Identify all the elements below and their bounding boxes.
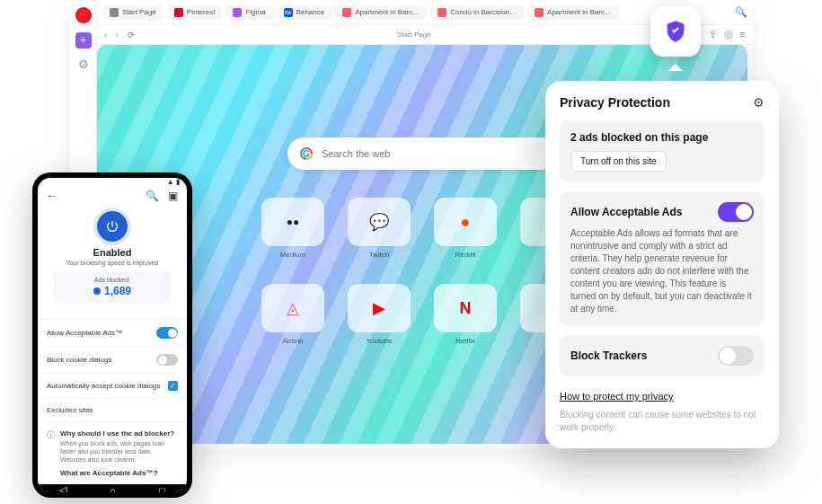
tab-behance[interactable]: BēBehance — [277, 5, 332, 20]
privacy-title: Privacy Protection — [560, 95, 670, 110]
tab-figma[interactable]: Figma — [225, 5, 272, 20]
nav-back-icon[interactable]: ‹ — [104, 31, 107, 40]
nav-share-icon[interactable]: ⇪ — [709, 29, 717, 40]
privacy-shield-button[interactable] — [650, 6, 701, 57]
auto-accept-cookies-row[interactable]: Automatically accept cookie dialogs ✓ — [38, 374, 187, 399]
search-placeholder: Search the web — [322, 148, 390, 159]
block-trackers-toggle[interactable] — [718, 346, 754, 366]
address-label[interactable]: Start Page — [144, 31, 685, 39]
tile-reddit[interactable]: ●Reddit — [434, 198, 497, 259]
privacy-note: Blocking content can cause some websites… — [560, 409, 765, 434]
privacy-protection-panel: Privacy Protection ⚙ 2 ads blocked on th… — [545, 81, 779, 448]
tile-medium[interactable]: ●●Medium — [261, 198, 324, 259]
sidebar-add-button[interactable]: + — [75, 32, 92, 49]
info-icon: ⓘ — [47, 429, 55, 477]
ads-blocked-value: 1,689 — [59, 285, 165, 297]
allow-acceptable-ads-row[interactable]: Allow Acceptable Ads™ — [38, 320, 187, 347]
how-to-protect-link[interactable]: How to protect my privacy — [560, 391, 674, 402]
tile-airbnb[interactable]: ◬Airbnb — [261, 284, 324, 345]
android-back-icon[interactable]: ◁ — [59, 484, 66, 492]
block-trackers-label: Block Trackers — [570, 349, 647, 362]
adblock-hero: Enabled Your browsing speed is improved … — [38, 206, 187, 312]
sidebar-settings-icon[interactable]: ⚙ — [78, 57, 89, 71]
speed-dial-grid: ●●Medium 💬Twitch ●Reddit ◬Airbnb ▶Youtub… — [261, 198, 583, 345]
adblock-power-button[interactable] — [97, 211, 128, 242]
shield-check-icon — [663, 19, 688, 44]
tile-youtube[interactable]: ▶Youtube — [348, 284, 411, 345]
opera-logo-icon — [75, 7, 92, 23]
tab-search-icon[interactable]: 🔍 — [735, 6, 747, 18]
allow-acceptable-ads-desc: Acceptable Ads allows ad formats that ar… — [570, 227, 754, 315]
nav-snapshot-icon[interactable]: ◎ — [724, 29, 733, 40]
phone-back-icon[interactable]: ← — [47, 190, 57, 202]
privacy-settings-icon[interactable]: ⚙ — [753, 95, 765, 110]
acceptable-ads-card: Allow Acceptable Ads Acceptable Ads allo… — [560, 191, 765, 326]
ads-blocked-count: 2 ads blocked on this page — [570, 131, 754, 144]
auto-accept-checkbox[interactable]: ✓ — [168, 381, 178, 391]
tile-twitch[interactable]: 💬Twitch — [348, 198, 411, 259]
adblock-subtitle: Your browsing speed is improved — [47, 260, 178, 266]
allow-ads-toggle-mobile[interactable] — [156, 327, 178, 339]
phone-status-bar: ▲ ▮ — [38, 178, 187, 186]
nav-forward-icon[interactable]: › — [116, 31, 119, 40]
allow-acceptable-ads-toggle[interactable] — [718, 202, 754, 222]
tile-netflix[interactable]: NNetflix — [434, 284, 497, 345]
tab-pinterest[interactable]: Pinterest — [167, 5, 223, 20]
excluded-sites-row[interactable]: Excluded sites — [38, 399, 187, 422]
speed-dial-search[interactable]: Search the web — [287, 137, 557, 170]
tab-airbnb-2[interactable]: Condo in Barcelon… — [430, 5, 524, 20]
block-cookie-toggle[interactable] — [156, 354, 178, 366]
phone-mock: ▲ ▮ ← 🔍 ▣ Enabled Your browsing speed is… — [32, 172, 192, 498]
google-icon — [300, 147, 313, 160]
turn-off-site-button[interactable]: Turn off on this site — [570, 151, 667, 172]
adblock-status: Enabled — [47, 247, 178, 258]
nav-reload-icon[interactable]: ⟳ — [128, 31, 135, 40]
block-trackers-card: Block Trackers — [560, 335, 765, 376]
tab-airbnb-3[interactable]: Apartment in Barc… — [527, 5, 619, 20]
nav-menu-icon[interactable]: ≡ — [740, 29, 746, 40]
phone-tabs-icon[interactable]: ▣ — [168, 190, 178, 202]
android-home-icon[interactable]: ○ — [110, 485, 116, 492]
android-nav-bar: ◁ ○ □ — [38, 484, 187, 492]
ads-blocked-card: 2 ads blocked on this page Turn off on t… — [560, 120, 765, 182]
tab-start-page[interactable]: Start Page — [102, 5, 164, 20]
power-icon — [105, 219, 119, 234]
ads-blocked-stats: Ads blocked: 1,689 — [54, 271, 171, 303]
phone-search-icon[interactable]: 🔍 — [146, 190, 159, 202]
android-recent-icon[interactable]: □ — [159, 485, 165, 492]
allow-acceptable-ads-label: Allow Acceptable Ads — [570, 206, 682, 218]
faq-adblocker: ⓘ Why should I use the ad blocker? When … — [38, 422, 187, 484]
tab-airbnb-1[interactable]: Apartment in Barc… — [335, 5, 427, 20]
block-cookie-dialogs-row[interactable]: Block cookie dialogs — [38, 347, 187, 374]
